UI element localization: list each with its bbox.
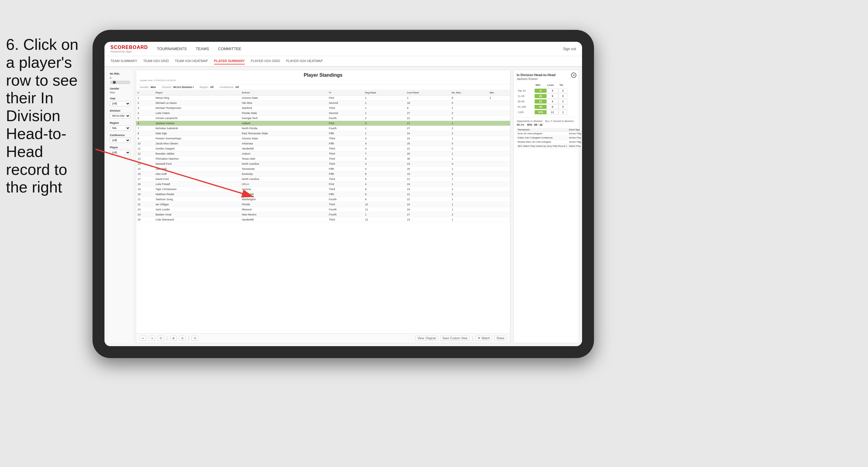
cell-reg: 1 [364, 212, 405, 217]
tab-team-h2h-heatmap[interactable]: TEAM H2H HEATMAP [175, 58, 208, 64]
table-row[interactable]: 18 Luke Powell UCLA First 4 24 1 [136, 182, 510, 187]
no-rds-slider[interactable] [110, 81, 130, 84]
nav-committee[interactable]: COMMITTEE [218, 45, 242, 52]
conference-select[interactable]: (All) [110, 137, 130, 143]
logo-area: SCOREBOARD Powered by clippi [111, 45, 148, 53]
tour-col-type: Event Type [568, 128, 582, 132]
tab-team-summary[interactable]: TEAM SUMMARY [111, 58, 137, 64]
cell-yr: First [328, 121, 364, 126]
tab-player-summary[interactable]: PLAYER SUMMARY [214, 58, 245, 64]
cell-reg: 6 [364, 156, 405, 161]
table-row[interactable]: 17 David Ford North Carolina Third 6 21 … [136, 177, 510, 182]
table-row[interactable]: 11 Gordon Sargent Vanderbilt Third 4 21 … [136, 146, 510, 151]
table-row[interactable]: 23 Jack Lundin Missouri Fourth 11 24 1 [136, 207, 510, 212]
region-select[interactable]: N/a [110, 125, 130, 131]
tournament-row: Mirabel Maui Jim Intercollegiate Stroke … [517, 140, 582, 144]
table-row[interactable]: 4 Luke Claton Florida State Second 1 27 … [136, 111, 510, 116]
share-button[interactable]: Share [494, 336, 506, 341]
player-label: Player [110, 146, 130, 149]
nav-teams[interactable]: TEAMS [196, 45, 209, 52]
table-row[interactable]: 19 Tiger Christensen Arizona Third 8 23 … [136, 187, 510, 192]
cell-yr: Fourth [328, 116, 364, 121]
tour-name: Fallan Oak Collegiate Invitational [517, 136, 568, 140]
cell-yr: Third [328, 187, 364, 192]
table-row[interactable]: 24 Bastien Amat New Mexico Fourth 1 27 2 [136, 212, 510, 217]
tab-team-h2h-grid[interactable]: TEAM H2H GRID [143, 58, 169, 64]
h2h-opponents-label: Opponents in division: W-L-T record in-d… [517, 120, 576, 123]
view-original-button[interactable]: View: Original [415, 336, 438, 341]
nav-tournaments[interactable]: TOURNAMENTS [157, 45, 187, 52]
table-row[interactable]: 5 Christo Lamprecht Georgia Tech Fourth … [136, 116, 510, 121]
table-row[interactable]: 20 Matthew Riedel Vanderbilt Fifth 6 21 … [136, 192, 510, 197]
cell-school: Arizona State [240, 136, 328, 141]
cell-player: Jack Lundin [154, 207, 240, 212]
cell-rds: 1 [450, 217, 488, 222]
cell-yr: Fifth [328, 192, 364, 197]
table-row[interactable]: 21 Taehoon Song Washington Fourth 6 22 1 [136, 197, 510, 202]
cell-win [488, 111, 510, 116]
table-row[interactable]: 12 Brendan Valdes Auburn Third 7 20 1 [136, 151, 510, 156]
table-row[interactable]: 10 Jacob Mou-Olesen Arkansas Fifth 4 25 … [136, 141, 510, 146]
tournament-row: SEC Match Play hosted by Jerry Pate Roun… [517, 144, 582, 148]
cell-school: Florida [240, 202, 328, 207]
table-row[interactable]: 15 Jake Hall Tennessee Fifth 4 20 1 [136, 166, 510, 172]
table-row[interactable]: 9 Preston Summerhays Arizona State Third… [136, 136, 510, 141]
reset-button[interactable]: ⟲ [192, 336, 198, 341]
cell-player: Christo Lamprecht [154, 116, 240, 121]
cell-win [488, 156, 510, 161]
table-row[interactable]: 13 Phichaksn Maichon Texas A&M Third 6 3… [136, 156, 510, 161]
table-row[interactable]: 7 Nicholas Gabrelcik North Florida Fourt… [136, 126, 510, 131]
undo-button[interactable]: ↩ [140, 336, 146, 341]
table-row[interactable]: 8 Mats Ege East Tennessee State Fifth 1 … [136, 131, 510, 136]
cell-player: Nicholas Gabrelcik [154, 126, 240, 131]
table-row[interactable]: 14 Maxwell Ford North Carolina Third 3 2… [136, 161, 510, 166]
division-select[interactable]: NCAA Division I [110, 113, 130, 119]
table-row[interactable]: 3 Michael Thorbjornsen Stanford Third 1 … [136, 106, 510, 111]
table-row[interactable]: 16 Alex Goff Kentucky Fifth 8 19 0 [136, 172, 510, 177]
cell-player: Preston Summerhays [154, 136, 240, 141]
standings-filters: Gender: Men Division: NCAA Division I Re… [136, 85, 510, 90]
standings-title: Player Standings [140, 72, 506, 78]
h2h-close-button[interactable]: ✕ [571, 72, 577, 78]
year-select[interactable]: (All) [110, 101, 130, 106]
h2h-win: 46 [535, 105, 547, 109]
cell-reg: 10 [364, 202, 405, 207]
cell-conf: 17 [405, 121, 450, 126]
zoom-out-button[interactable]: ⊖ [179, 336, 186, 341]
cell-school: Kentucky [240, 172, 328, 177]
table-row[interactable]: 6 Jackson Koivun Auburn First 3 17 1 [136, 121, 510, 126]
cell-win [488, 207, 510, 212]
forward-button[interactable]: ⟳ [158, 336, 164, 341]
table-row[interactable]: 2 Michael La Sasso Ole Miss Second 1 18 … [136, 100, 510, 106]
save-custom-button[interactable]: Save Custom View [440, 336, 469, 341]
tab-player-h2h-grid[interactable]: PLAYER H2H GRID [251, 58, 280, 64]
sign-out-link[interactable]: Sign out [563, 47, 576, 51]
cell-reg: 1 [364, 100, 405, 106]
cell-player: Mats Ege [154, 131, 240, 136]
cell-school: Tennessee [240, 166, 328, 172]
no-rds-thumb[interactable] [113, 81, 116, 84]
cell-rds: 1 [450, 177, 488, 182]
cell-reg: 7 [364, 151, 405, 156]
standings-table: # Player School Yr Reg Rank Conf Rank No… [136, 90, 510, 333]
cell-conf: 27 [405, 126, 450, 131]
zoom-button[interactable]: ⊕ [170, 336, 177, 341]
table-row[interactable]: 22 Ian Gilligan Florida Third 10 24 1 [136, 202, 510, 207]
cell-reg: 12 [364, 217, 405, 222]
col-yr: Yr [328, 90, 364, 95]
cell-rds: 2 [450, 126, 488, 131]
cell-player: Luke Claton [154, 111, 240, 116]
tab-player-h2h-heatmap[interactable]: PLAYER H2H HEATMAP [286, 58, 323, 64]
cell-reg: 11 [364, 207, 405, 212]
table-row[interactable]: 1 Wenyi Ding Arizona State First 1 1 8 1 [136, 95, 510, 100]
redo-button[interactable]: ↪ [149, 336, 155, 341]
table-row[interactable]: 25 Cole Sherwood Vanderbilt Third 12 23 … [136, 217, 510, 222]
cell-num: 12 [136, 151, 154, 156]
watch-button[interactable]: 👁 Watch [475, 336, 492, 341]
cell-num: 13 [136, 156, 154, 161]
cell-num: 16 [136, 172, 154, 177]
player-select[interactable]: (All) [110, 150, 130, 155]
cell-yr: Fifth [328, 141, 364, 146]
cell-player: Brendan Valdes [154, 151, 240, 156]
cell-school: Stanford [240, 106, 328, 111]
